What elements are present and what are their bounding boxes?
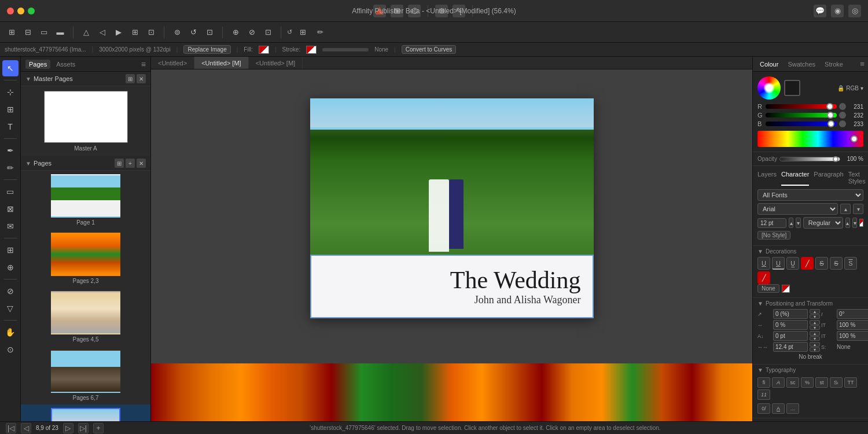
r-track[interactable]	[766, 104, 837, 109]
view-btn1[interactable]: ⊚	[170, 25, 184, 39]
typography-title[interactable]: ▼ Typography	[757, 367, 863, 373]
view-btn2[interactable]: ↺	[186, 25, 200, 39]
align-btn[interactable]: △	[79, 25, 93, 39]
tracking2-input[interactable]	[773, 342, 808, 352]
convert-curves-button[interactable]: Convert to Curves	[402, 45, 457, 54]
r-thumb[interactable]	[826, 103, 833, 110]
distribute-btn[interactable]: ⊞	[128, 25, 142, 39]
toolbar-pen[interactable]: ✏	[313, 25, 327, 39]
typo-pct[interactable]: %	[801, 377, 814, 388]
page-item-4[interactable]: Pages 6,7	[21, 346, 150, 404]
page-item-5[interactable]: Pages 8,9	[21, 404, 150, 421]
last-page-btn[interactable]: ▷|	[78, 423, 89, 433]
typo-A[interactable]: A	[772, 377, 785, 388]
style-btn2[interactable]: ⊘	[245, 25, 259, 39]
canvas-tab-3[interactable]: <Untitled> [M]	[249, 57, 303, 69]
font-name-next[interactable]: ▾	[853, 204, 863, 214]
toolbar-btn-4[interactable]: ▬	[53, 25, 67, 39]
master-a-item[interactable]: Master A	[21, 86, 150, 156]
publish-icon[interactable]: ◉	[831, 5, 844, 17]
underline3-btn[interactable]: U̲	[786, 257, 799, 270]
scale-x-input[interactable]	[773, 320, 808, 330]
paragraph-tab[interactable]: Paragraph	[814, 170, 843, 186]
swatches-tab[interactable]: Swatches	[784, 60, 819, 69]
positioning-title[interactable]: ▼ Positioning and Transform	[757, 300, 863, 307]
font-category-select[interactable]: All Fonts	[757, 189, 863, 201]
typo-it[interactable]: 11	[757, 389, 770, 400]
typo-slash[interactable]: 0/	[757, 403, 770, 414]
current-color-swatch[interactable]	[784, 80, 800, 96]
opacity-thumb[interactable]	[833, 156, 838, 162]
add-page-btn[interactable]: +	[93, 423, 104, 433]
g-track[interactable]	[766, 113, 837, 117]
master-add-btn[interactable]: ⊞	[126, 74, 135, 83]
decor-color[interactable]	[782, 285, 790, 293]
font-size-input[interactable]	[757, 218, 786, 228]
scale-y-input[interactable]	[837, 320, 868, 330]
crop-tool[interactable]: ⊞	[2, 101, 19, 117]
maximize-button[interactable]	[28, 8, 35, 14]
r-circle[interactable]	[839, 103, 846, 110]
language-title[interactable]: ▶ Language	[757, 421, 863, 421]
baseline-input[interactable]	[773, 331, 808, 341]
typo-st[interactable]: st	[815, 377, 828, 388]
image-tool[interactable]: ✉	[2, 218, 19, 234]
strike2-btn[interactable]: S	[830, 257, 843, 270]
typo-sub[interactable]: Sₗ	[830, 377, 843, 388]
toolbar-btn-2[interactable]: ⊟	[21, 25, 35, 39]
typo-A2[interactable]: A	[772, 403, 785, 414]
text-styles-tab[interactable]: Text Styles	[848, 170, 866, 186]
close-button[interactable]	[7, 8, 14, 14]
text-color-swatch[interactable]	[859, 219, 863, 227]
select-tool[interactable]: ↖	[2, 60, 19, 76]
pages-del-btn[interactable]: ✕	[137, 159, 146, 168]
font-weight-select[interactable]: Regular	[803, 217, 843, 229]
minimize-button[interactable]	[17, 8, 24, 14]
typo-dots[interactable]: …	[786, 403, 799, 414]
canvas-tab-1[interactable]: <Untitled>	[151, 57, 194, 69]
zoom-tool[interactable]: ⊙	[2, 341, 19, 358]
colour-tab[interactable]: Colour	[756, 60, 782, 69]
node-tool[interactable]: ⊹	[2, 84, 19, 100]
next-page-btn[interactable]: ▷	[63, 423, 73, 433]
b-thumb[interactable]	[827, 120, 834, 127]
stroke-swatch[interactable]	[306, 46, 317, 54]
rgb-dropdown-arrow[interactable]: ▾	[860, 85, 863, 91]
tracking2-up[interactable]: ▴	[810, 342, 820, 347]
underline-btn[interactable]: U	[757, 257, 770, 270]
user-icon[interactable]: ◎	[848, 5, 861, 17]
strike1-btn[interactable]: S	[815, 257, 828, 270]
page-item-3[interactable]: Pages 4,5	[21, 288, 150, 346]
first-page-btn[interactable]: |◁	[6, 423, 16, 433]
stroke-slider-track[interactable]	[322, 48, 369, 52]
panel-menu-btn[interactable]: ≡	[860, 60, 865, 68]
g-circle[interactable]	[839, 112, 846, 119]
page-photo-area[interactable]	[310, 98, 594, 255]
baseline-down[interactable]: ▾	[810, 336, 820, 341]
style-btn3[interactable]: ⊡	[261, 25, 275, 39]
decorations-title[interactable]: ▼ Decorations	[757, 248, 863, 255]
strike-slash-btn[interactable]: ╱	[757, 271, 770, 284]
next-btn[interactable]: ▶	[112, 25, 126, 39]
pages-add-btn[interactable]: +	[126, 159, 135, 168]
baseline-up[interactable]: ▴	[810, 331, 820, 336]
scale-x-up[interactable]: ▴	[810, 320, 820, 325]
underline2-btn[interactable]: U	[772, 257, 785, 270]
text-tool[interactable]: T	[2, 119, 19, 135]
tracking-input[interactable]	[837, 331, 868, 341]
page-item-2[interactable]: Pages 2,3	[21, 229, 150, 288]
layers-tab[interactable]: Layers	[757, 170, 777, 186]
strike3-btn[interactable]: S	[844, 257, 857, 270]
pen-tool[interactable]: ✒	[2, 142, 19, 159]
style-btn1[interactable]: ⊕	[229, 25, 242, 39]
hand-tool[interactable]: ✋	[2, 324, 19, 340]
pages-toggle[interactable]: ▼	[25, 160, 31, 167]
decor-slash-btn[interactable]: ╱	[801, 257, 814, 270]
typo-sup[interactable]: TT	[844, 377, 857, 388]
toolbar-btn-3[interactable]: ▭	[37, 25, 51, 39]
prev-page-btn[interactable]: ◁	[21, 423, 31, 433]
pages-tab[interactable]: Pages	[25, 60, 50, 69]
fill-tool[interactable]: ▽	[2, 300, 19, 317]
g-thumb[interactable]	[827, 112, 834, 119]
font-name-select[interactable]: Arial	[757, 203, 838, 215]
